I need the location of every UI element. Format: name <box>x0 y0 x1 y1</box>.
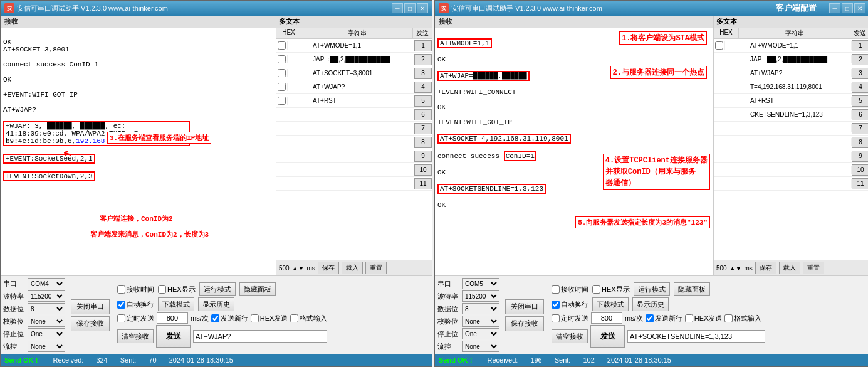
chk-hex-send-left[interactable]: HEX发送 <box>251 314 288 323</box>
mt-check-1-left[interactable] <box>278 41 286 50</box>
mt-check-4-left[interactable] <box>278 83 286 91</box>
chk-hex-send-right[interactable]: HEX发送 <box>685 314 723 323</box>
mt-send-5-left[interactable]: 5 <box>414 95 432 107</box>
mt-check-3-left[interactable] <box>278 69 286 77</box>
mt-input-3-right[interactable] <box>749 69 852 77</box>
mt-check-2-left[interactable] <box>278 55 286 63</box>
mt-send-4-right[interactable]: 4 <box>852 82 868 93</box>
parity-select-left[interactable]: None <box>28 316 65 327</box>
mt-send-1-right[interactable]: 1 <box>852 40 868 51</box>
mt-send-7-right[interactable]: 7 <box>852 123 868 134</box>
close-port-btn-right[interactable]: 关闭串口 <box>505 299 544 314</box>
mt-send-5-right[interactable]: 5 <box>852 95 868 107</box>
port-select-right[interactable]: COM5 <box>462 278 499 289</box>
clear-recv-btn-right[interactable]: 清空接收 <box>552 329 588 343</box>
mt-input-2-left[interactable] <box>311 55 414 63</box>
mt-send-7-left[interactable]: 7 <box>414 123 432 134</box>
close-port-btn-left[interactable]: 关闭串口 <box>71 299 110 314</box>
run-mode-btn-right[interactable]: 运行模式 <box>634 282 670 296</box>
mt-input-8-right[interactable] <box>749 138 852 146</box>
mt-input-6-right[interactable] <box>749 110 852 119</box>
send-input-right[interactable] <box>627 330 765 343</box>
mt-send-6-left[interactable]: 6 <box>414 109 432 120</box>
close-btn-left[interactable]: ✕ <box>417 3 428 13</box>
flowctrl-select-right[interactable]: None <box>462 341 499 352</box>
chk-newline-right[interactable]: 发送新行 <box>646 314 682 323</box>
send-input-left[interactable] <box>193 330 327 343</box>
show-history-btn-right[interactable]: 显示历史 <box>632 297 669 311</box>
mt-send-10-right[interactable]: 10 <box>852 164 868 176</box>
timer-ms-input-right[interactable] <box>591 312 622 324</box>
mt-send-1-left[interactable]: 1 <box>414 40 432 51</box>
mt-load-btn-right[interactable]: 载入 <box>779 262 800 274</box>
mt-send-9-right[interactable]: 9 <box>852 151 868 162</box>
maximize-btn-left[interactable]: □ <box>404 3 416 13</box>
timer-ms-input-left[interactable] <box>157 312 188 324</box>
chk-format-input-left[interactable]: 格式输入 <box>290 314 327 323</box>
mt-input-4-right[interactable] <box>749 83 852 91</box>
mt-send-6-right[interactable]: 6 <box>852 109 868 120</box>
mt-send-8-right[interactable]: 8 <box>852 137 868 148</box>
mt-input-6-left[interactable] <box>311 110 414 119</box>
timer-send-check-right[interactable]: 定时发送 <box>552 314 588 323</box>
mt-input-10-left[interactable] <box>311 166 414 174</box>
send-btn-left[interactable]: 发送 <box>156 325 191 348</box>
mt-check-1-right[interactable] <box>715 41 723 50</box>
mt-send-9-left[interactable]: 9 <box>414 151 432 162</box>
show-history-btn-left[interactable]: 显示历史 <box>198 297 234 311</box>
baud-select-left[interactable]: 115200 <box>28 290 65 302</box>
maximize-btn-right[interactable]: □ <box>842 3 853 13</box>
mt-input-1-right[interactable] <box>749 41 852 50</box>
mt-input-4-left[interactable] <box>311 83 414 91</box>
clear-recv-btn-left[interactable]: 清空接收 <box>117 329 154 343</box>
mt-send-4-left[interactable]: 4 <box>414 82 432 93</box>
parity-select-right[interactable]: None <box>462 316 499 327</box>
mt-input-5-right[interactable] <box>749 97 852 105</box>
receive-area-left[interactable]: OK AT+SOCKET=3,8001 connect success ConI… <box>1 28 276 275</box>
save-recv-btn-left[interactable]: 保存接收 <box>71 316 110 331</box>
mt-send-11-left[interactable]: 11 <box>414 178 432 189</box>
mt-input-11-left[interactable] <box>311 179 414 188</box>
mt-reset-btn-left[interactable]: 重置 <box>365 262 387 274</box>
minimize-btn-right[interactable]: ─ <box>829 3 840 13</box>
chk-newline-left[interactable]: 发送新行 <box>211 314 248 323</box>
chk-recv-time-left[interactable]: 接收时间 <box>117 285 154 294</box>
mt-send-8-left[interactable]: 8 <box>414 137 432 148</box>
chk-format-input-right[interactable]: 格式输入 <box>724 314 761 323</box>
databits-select-left[interactable]: 8 <box>28 303 65 314</box>
mt-input-3-left[interactable] <box>311 69 414 77</box>
stopbits-select-left[interactable]: One <box>28 328 65 339</box>
receive-area-right[interactable]: AT+WMODE=1,1 OK AT+WJAP=██████,██████ +E… <box>435 28 713 275</box>
mt-reset-btn-right[interactable]: 重置 <box>803 262 824 274</box>
mt-input-11-right[interactable] <box>749 179 852 188</box>
mt-send-10-left[interactable]: 10 <box>414 164 432 176</box>
mt-input-1-left[interactable] <box>311 41 414 50</box>
mt-load-btn-left[interactable]: 载入 <box>342 262 363 274</box>
baud-select-right[interactable]: 115200 <box>462 290 499 302</box>
mt-input-2-right[interactable] <box>749 55 852 63</box>
chk-recv-time-right[interactable]: 接收时间 <box>552 285 588 294</box>
port-select-left[interactable]: COM4 <box>28 278 65 289</box>
mt-send-3-left[interactable]: 3 <box>414 68 432 79</box>
mt-input-5-left[interactable] <box>311 97 414 105</box>
chk-auto-exec-right[interactable]: 自动换行 <box>552 300 588 309</box>
mt-send-3-right[interactable]: 3 <box>852 68 868 79</box>
mt-input-10-right[interactable] <box>749 166 852 174</box>
send-btn-right[interactable]: 发送 <box>590 325 625 348</box>
minimize-btn-left[interactable]: ─ <box>392 3 403 13</box>
timer-send-check-left[interactable]: 定时发送 <box>117 314 154 323</box>
hide-panel-btn-left[interactable]: 隐藏面板 <box>239 282 276 296</box>
mt-save-btn-right[interactable]: 保存 <box>755 262 776 274</box>
mt-input-8-left[interactable] <box>311 138 414 146</box>
save-recv-btn-right[interactable]: 保存接收 <box>505 316 544 331</box>
hide-panel-btn-right[interactable]: 隐藏面板 <box>674 282 710 296</box>
mt-input-7-right[interactable] <box>749 124 852 132</box>
mt-save-btn-left[interactable]: 保存 <box>318 262 339 274</box>
mt-input-9-left[interactable] <box>311 152 414 160</box>
mt-send-2-left[interactable]: 2 <box>414 54 432 65</box>
mt-send-2-right[interactable]: 2 <box>852 54 868 65</box>
mt-input-7-left[interactable] <box>311 124 414 132</box>
close-btn-right[interactable]: ✕ <box>854 3 865 13</box>
flowctrl-select-left[interactable]: None <box>28 341 65 352</box>
download-mode-btn-right[interactable]: 下载模式 <box>592 297 629 311</box>
